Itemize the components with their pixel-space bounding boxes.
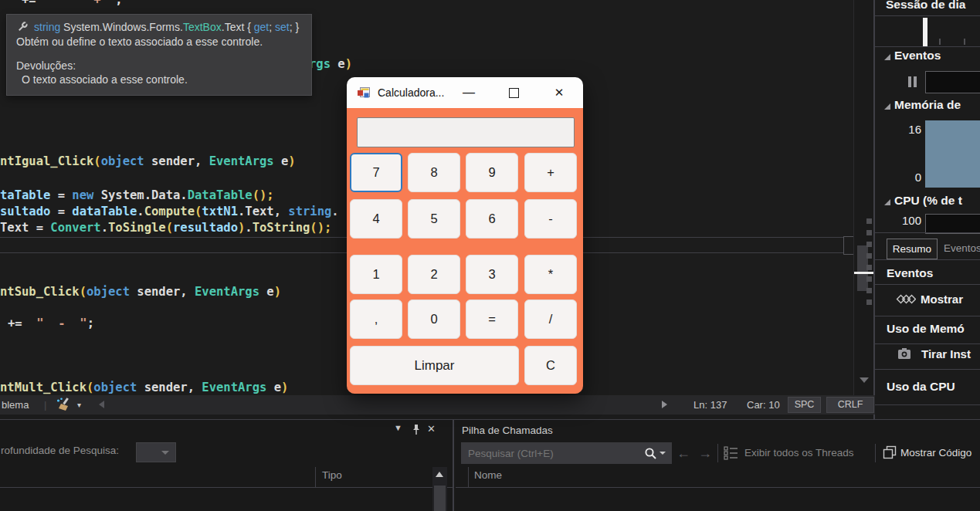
calc-button-divide[interactable]: / [524, 299, 577, 339]
space-mode-indicator[interactable]: SPC [788, 397, 821, 413]
cpu-usage-header: Uso da CPU [887, 380, 955, 394]
hscroll-right-arrow[interactable] [662, 401, 667, 408]
column-indicator[interactable]: Car: 10 [747, 395, 780, 415]
nome-column-header[interactable]: Nome [474, 469, 502, 481]
pin-icon[interactable] [411, 424, 422, 435]
calculator-titlebar[interactable]: Calculadora... — ✕ [347, 77, 583, 108]
code-line: taTable = new System.Data.DataTable(); [0, 188, 274, 204]
window-menu-arrow-icon[interactable]: ▼ [394, 423, 402, 432]
code-line: rgs e) [309, 56, 352, 73]
pause-icon[interactable] [914, 76, 917, 87]
calc-button-0[interactable]: 0 [408, 299, 460, 339]
divider [875, 369, 980, 370]
back-arrow[interactable]: ← [677, 442, 690, 464]
divider [875, 343, 980, 344]
maximize-button[interactable] [502, 77, 525, 108]
panel-divider[interactable] [453, 420, 454, 511]
calc-button-limpar[interactable]: Limpar [350, 346, 519, 385]
window-title: Calculadora... [378, 77, 444, 108]
code-line: += " + "; [22, 0, 123, 8]
code-line: ntMult_Click(object sender, EventArgs e) [0, 380, 288, 395]
show-all-threads-button[interactable]: Exibir todos os Threads [744, 447, 854, 459]
memory-min-label: 0 [890, 171, 921, 184]
calc-button-3[interactable]: 3 [466, 255, 518, 294]
calc-button-6[interactable]: 6 [466, 199, 518, 239]
calc-button-c[interactable]: C [524, 346, 577, 385]
calc-button-2[interactable]: 2 [408, 255, 460, 294]
scrollbar-down-arrow[interactable] [860, 377, 869, 383]
call-stack-search-box[interactable] [461, 442, 672, 464]
editor-vertical-scrollbar[interactable] [853, 0, 874, 395]
code-line: ntIgual_Click(object sender, EventArgs e… [0, 154, 296, 170]
events-section-header[interactable]: Eventos [894, 49, 941, 63]
calc-button-4[interactable]: 4 [350, 199, 402, 239]
collapse-triangle-memoria[interactable] [884, 103, 890, 110]
calc-button-9[interactable]: 9 [466, 153, 518, 192]
cpu-usage-chart [925, 214, 980, 234]
memory-usage-header: Uso de Memó [887, 322, 965, 336]
memory-section-header[interactable]: Memória de [894, 98, 961, 112]
tipo-column-header[interactable]: Tipo [322, 469, 342, 481]
calc-button-minus[interactable]: - [524, 199, 577, 239]
maximize-icon [509, 88, 519, 98]
timeline-current-marker[interactable] [923, 18, 927, 46]
calc-button-comma[interactable]: , [350, 299, 402, 339]
code-cleanup-button[interactable] [56, 398, 73, 417]
show-code-icon[interactable] [883, 445, 897, 459]
scrollbar-mark [866, 276, 872, 282]
calc-button-1[interactable]: 1 [350, 255, 402, 294]
search-dropdown-arrow[interactable] [660, 452, 666, 455]
calc-button-plus[interactable]: + [524, 153, 577, 192]
hscroll-left-arrow[interactable] [99, 401, 104, 408]
header-underline [0, 487, 453, 488]
minimize-button[interactable]: — [457, 77, 480, 108]
column-divider[interactable] [315, 467, 316, 487]
search-icon[interactable] [644, 447, 657, 460]
events-track [925, 71, 980, 93]
line-indicator[interactable]: Ln: 137 [693, 395, 727, 415]
tooltip-returns-text: O texto associado a esse controle. [22, 73, 302, 86]
problems-label[interactable]: blema [2, 395, 29, 415]
calculator-display[interactable] [357, 117, 575, 147]
line-ending-indicator[interactable]: CRLF [826, 397, 874, 413]
divider [875, 15, 980, 16]
calc-button-equals[interactable]: = [466, 299, 518, 339]
close-button[interactable]: ✕ [548, 77, 571, 108]
calc-button-8[interactable]: 8 [408, 153, 460, 192]
scrollbar-up-arrow[interactable] [436, 472, 443, 477]
divider [875, 46, 980, 47]
calc-button-7[interactable]: 7 [350, 153, 402, 192]
cleanup-dropdown-arrow[interactable]: ▾ [77, 395, 81, 415]
search-depth-dropdown[interactable] [136, 442, 176, 462]
forward-arrow[interactable]: → [698, 442, 712, 464]
show-code-button[interactable]: Mostrar Código [900, 447, 972, 459]
divider [875, 404, 980, 405]
calc-button-multiply[interactable]: * [524, 255, 577, 294]
collapse-triangle-cpu[interactable] [884, 199, 890, 205]
diagnostic-tools-panel: Sessão de dia Eventos Memória de 16 0 CP… [875, 0, 980, 419]
divider [875, 232, 980, 233]
scrollbar-caret-marker [854, 272, 874, 274]
bottom-tool-windows: ▼ ✕ rofundidade de Pesquisa: Tipo Pilha … [0, 419, 980, 511]
separator: | [44, 395, 46, 415]
tab-eventos[interactable]: Eventos [944, 239, 980, 258]
tab-resumo[interactable]: Resumo [887, 239, 938, 259]
scrollbar-thumb[interactable] [434, 486, 446, 511]
summary-events-header: Eventos [887, 266, 933, 280]
close-icon[interactable]: ✕ [427, 423, 436, 435]
pause-icon[interactable] [908, 76, 911, 87]
code-line: sultado = dataTable.Compute(txtN1.Text, … [0, 204, 339, 220]
results-scrollbar[interactable] [432, 467, 447, 511]
show-events-link[interactable]: Mostrar [921, 293, 963, 306]
scrollbar-mark [866, 288, 872, 293]
scrollbar-mark [866, 299, 872, 305]
camera-icon [897, 347, 911, 360]
calc-button-5[interactable]: 5 [408, 199, 460, 239]
tooltip-signature: string System.Windows.Forms.TextBox.Text… [16, 21, 302, 33]
timeline-tick [964, 39, 965, 45]
collapse-triangle-eventos[interactable] [884, 54, 890, 60]
cpu-section-header[interactable]: CPU (% de t [894, 194, 962, 208]
threads-icon[interactable] [724, 446, 738, 460]
take-snapshot-link[interactable]: Tirar Inst [921, 347, 971, 360]
search-input[interactable] [461, 442, 646, 464]
